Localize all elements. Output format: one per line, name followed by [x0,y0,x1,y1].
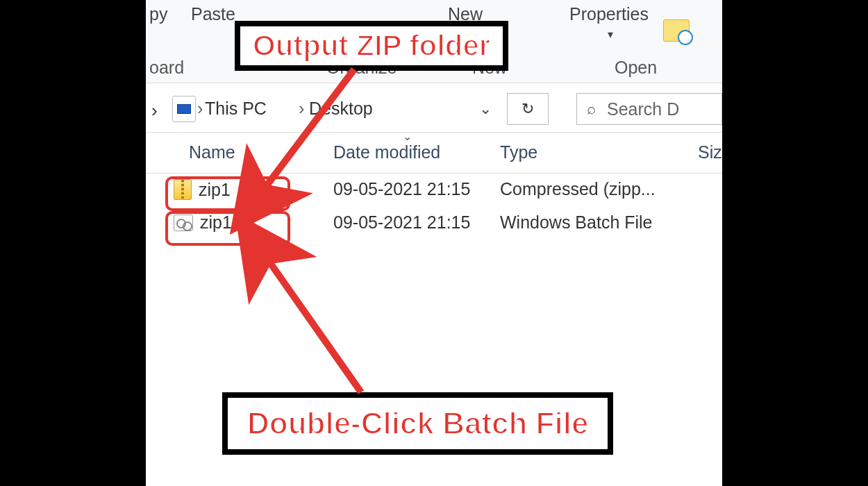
address-bar: › › This PC › Desktop ⌄ ↻ ⌕ Search D [146,83,722,132]
column-size[interactable]: Siz [698,142,722,162]
annotation-callout-top: Output ZIP folder [235,21,508,71]
file-row[interactable]: zip1 09-05-2021 21:15 Compressed (zipp..… [146,174,722,207]
column-name[interactable]: Name [189,142,235,162]
file-row[interactable]: zip1 09-05-2021 21:15 Windows Batch File [146,207,722,240]
ribbon-properties-button[interactable]: Properties [569,4,649,24]
sort-indicator-icon: ⌄ [403,130,412,143]
this-pc-icon[interactable] [172,96,196,122]
ribbon-paste-button[interactable]: Paste [191,4,235,24]
file-date: 09-05-2021 21:15 [333,212,470,233]
file-list: zip1 09-05-2021 21:15 Compressed (zipp..… [146,174,722,240]
refresh-button[interactable]: ↻ [507,93,549,125]
back-arrow-icon[interactable]: › [151,100,158,122]
file-name: zip1 [199,180,231,200]
explorer-window: py Paste New Properties ▾ oard Organize … [146,0,722,486]
file-type: Windows Batch File [500,212,653,233]
column-date-modified[interactable]: Date modified [333,142,440,162]
breadcrumb-separator-icon: › [299,99,304,119]
breadcrumb-desktop[interactable]: Desktop [309,99,373,119]
ribbon-copy-button[interactable]: py [149,4,167,24]
ribbon-group-clipboard: oard [149,58,184,78]
search-icon: ⌕ [587,100,596,118]
column-headers: ⌄ Name Date modified Type Siz [146,132,722,174]
search-placeholder: Search D [607,99,679,119]
ribbon-folder-icon[interactable] [663,19,690,42]
annotation-text: Double-Click Batch File [247,406,588,441]
ribbon-group-open: Open [615,58,657,78]
annotation-callout-bottom: Double-Click Batch File [222,392,613,455]
properties-dropdown-icon[interactable]: ▾ [608,28,613,41]
annotation-arrow-bottom [271,264,361,392]
column-type[interactable]: Type [500,142,537,162]
batch-file-icon [174,215,193,231]
search-input[interactable]: ⌕ Search D [576,93,722,125]
file-date: 09-05-2021 21:15 [333,179,470,199]
zip-file-icon [174,179,192,200]
annotation-text: Output ZIP folder [253,29,490,62]
breadcrumb-separator-icon: › [197,99,203,119]
breadcrumb-dropdown-icon[interactable]: ⌄ [479,100,492,118]
file-name: zip1 [200,212,232,233]
file-type: Compressed (zipp... [500,179,656,199]
breadcrumb-this-pc[interactable]: This PC [205,99,267,119]
